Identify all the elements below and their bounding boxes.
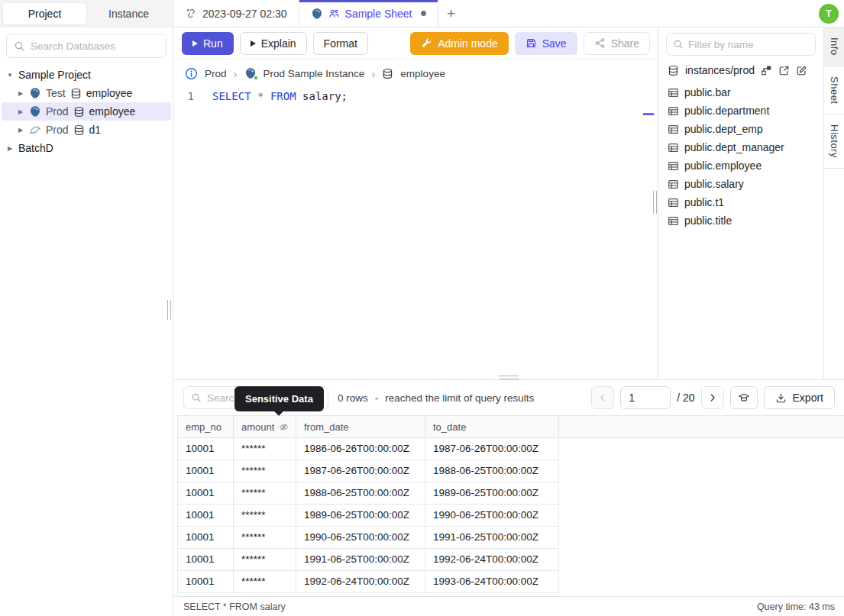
table-icon xyxy=(668,105,679,117)
tree-project-root[interactable]: ▼ Sample Project xyxy=(0,66,173,84)
table-list-item[interactable]: public.salary xyxy=(658,175,823,193)
save-button[interactable]: Save xyxy=(515,32,577,55)
breadcrumb-database[interactable]: employee xyxy=(400,68,445,79)
result-summary: 0 rows - reached the limit of query resu… xyxy=(338,392,534,404)
cell-emp_no: 10001 xyxy=(178,460,234,482)
chevron-right-icon[interactable]: ▶ xyxy=(17,108,24,115)
rail-tab-history[interactable]: History xyxy=(824,114,844,169)
table-row[interactable]: 10001******1987-06-26T00:00:00Z1988-06-2… xyxy=(178,460,844,482)
line-number: 1 xyxy=(174,90,202,379)
edit-icon[interactable] xyxy=(796,65,807,76)
pagination-controls: / 20 xyxy=(591,386,835,409)
unsaved-dot xyxy=(421,11,426,16)
column-header-to-date[interactable]: to_date xyxy=(425,416,559,437)
page-number-input[interactable] xyxy=(620,386,671,409)
table-row[interactable]: 10001******1986-06-26T00:00:00Z1987-06-2… xyxy=(178,438,844,460)
cell-emp_no: 10001 xyxy=(178,438,234,460)
panel-resize-handle[interactable] xyxy=(653,191,657,214)
download-icon xyxy=(775,392,787,404)
database-search-input[interactable] xyxy=(31,40,159,52)
user-avatar[interactable]: T xyxy=(819,4,839,24)
database-icon xyxy=(73,124,85,136)
row-filler xyxy=(559,482,844,505)
table-row[interactable]: 10001******1988-06-25T00:00:00Z1989-06-2… xyxy=(178,482,844,505)
run-button[interactable]: Run xyxy=(182,32,234,55)
tab-sample-sheet[interactable]: Sample Sheet xyxy=(299,0,438,27)
table-icon xyxy=(668,142,679,153)
rail-tab-info[interactable]: Info xyxy=(824,27,844,66)
new-tab-button[interactable]: + xyxy=(438,0,464,27)
chevron-right-icon[interactable]: ▶ xyxy=(17,90,24,97)
column-header-emp-no[interactable]: emp_no xyxy=(178,416,234,437)
cell-to_date: 1991-06-25T00:00:00Z xyxy=(425,527,559,549)
table-icon xyxy=(668,160,679,172)
content-row: Run Explain Format Admin mode xyxy=(174,27,844,379)
environment-label: Prod xyxy=(46,105,69,118)
play-icon xyxy=(251,40,256,47)
table-row[interactable]: 10001******1989-06-25T00:00:00Z1990-06-2… xyxy=(178,505,844,527)
rail-tab-sheet[interactable]: Sheet xyxy=(824,66,844,114)
row-count: 0 rows xyxy=(338,392,368,404)
project-root-label: Sample Project xyxy=(18,69,91,81)
tab-project[interactable]: Project xyxy=(2,2,87,25)
table-name: public.title xyxy=(684,214,732,227)
prev-page-button[interactable] xyxy=(591,386,614,409)
executed-query-label: SELECT * FROM salary xyxy=(183,601,286,612)
table-list-item[interactable]: public.employee xyxy=(658,156,823,175)
cell-to_date: 1992-06-24T00:00:00Z xyxy=(425,549,559,571)
breadcrumb-instance[interactable]: Prod Sample Instance xyxy=(264,68,365,79)
column-header-from-date[interactable]: from_date xyxy=(296,416,425,437)
sidebar-database-item[interactable]: ▶ Prod employee xyxy=(2,102,171,121)
graduation-cap-button[interactable] xyxy=(730,386,758,409)
database-name: employee xyxy=(89,105,136,118)
table-list-item[interactable]: public.t1 xyxy=(658,193,823,211)
table-row[interactable]: 10001******1992-06-24T00:00:00Z1993-06-2… xyxy=(178,571,844,593)
share-icon xyxy=(594,37,606,49)
external-link-icon[interactable] xyxy=(778,65,790,76)
chevron-right-icon[interactable]: ▶ xyxy=(17,127,24,134)
sql-editor[interactable]: 1 SELECT * FROM salary; xyxy=(174,87,658,379)
table-row[interactable]: 10001******1991-06-25T00:00:00Z1992-06-2… xyxy=(178,549,844,571)
table-name: public.t1 xyxy=(684,196,724,208)
table-list-item[interactable]: public.bar xyxy=(658,83,823,102)
sidebar-database-item[interactable]: ▶ Test employee xyxy=(2,84,171,102)
postgres-icon xyxy=(29,87,41,99)
results-resize-handle[interactable] xyxy=(499,376,519,379)
cell-from_date: 1992-06-24T00:00:00Z xyxy=(296,571,425,593)
mysql-icon xyxy=(29,124,41,136)
chevron-down-icon[interactable]: ▼ xyxy=(6,72,14,79)
breadcrumb-environment[interactable]: Prod xyxy=(205,68,227,79)
explain-button[interactable]: Explain xyxy=(240,32,307,55)
format-button[interactable]: Format xyxy=(313,32,368,55)
sidebar-database-item[interactable]: ▶ Prod d1 xyxy=(2,121,171,139)
cell-to_date: 1988-06-25T00:00:00Z xyxy=(425,460,559,482)
table-list-item[interactable]: public.dept_emp xyxy=(658,120,823,138)
database-name: d1 xyxy=(89,124,102,136)
table-list-item[interactable]: public.title xyxy=(658,211,823,230)
table-row[interactable]: 10001******1990-06-25T00:00:00Z1991-06-2… xyxy=(178,527,844,549)
sql-code-line[interactable]: SELECT * FROM salary; xyxy=(202,90,348,379)
tree-project-batchd[interactable]: ▶ BatchD xyxy=(0,139,173,157)
export-button[interactable]: Export xyxy=(764,386,835,409)
next-page-button[interactable] xyxy=(701,386,724,409)
wrench-icon xyxy=(421,37,432,49)
table-filter[interactable] xyxy=(666,33,816,56)
sidebar-resize-handle[interactable] xyxy=(167,300,171,320)
search-icon xyxy=(191,392,202,403)
admin-mode-button[interactable]: Admin mode xyxy=(410,32,509,55)
tab-history-sheet[interactable]: 2023-09-27 02:30 xyxy=(174,0,299,27)
share-button[interactable]: Share xyxy=(584,32,650,55)
cell-amount: ****** xyxy=(234,571,296,593)
result-rows: 10001******1986-06-26T00:00:00Z1987-06-2… xyxy=(178,438,844,596)
info-icon[interactable] xyxy=(185,67,198,80)
column-header-amount[interactable]: amount xyxy=(234,416,296,437)
cell-emp_no: 10001 xyxy=(178,571,234,593)
database-search[interactable] xyxy=(6,34,167,58)
table-filter-input[interactable] xyxy=(688,39,809,50)
table-list-item[interactable]: public.department xyxy=(658,102,823,120)
schema-diagram-icon[interactable] xyxy=(761,65,772,76)
cell-to_date: 1989-06-25T00:00:00Z xyxy=(425,482,559,505)
tab-instance[interactable]: Instance xyxy=(87,2,170,25)
table-list-item[interactable]: public.dept_manager xyxy=(658,138,823,156)
chevron-right-icon[interactable]: ▶ xyxy=(6,145,14,152)
